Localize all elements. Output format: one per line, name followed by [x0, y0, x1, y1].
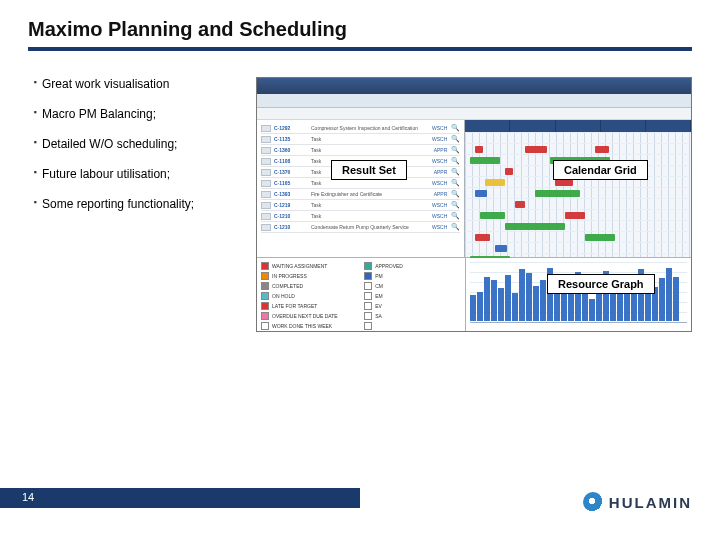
page-number: 14	[22, 491, 34, 503]
chart-bar	[512, 293, 518, 321]
legend-swatch	[261, 302, 269, 310]
chart-x-axis	[470, 322, 687, 330]
callout-result-set: Result Set	[331, 160, 407, 180]
bullet-text: Detailed W/O scheduling;	[42, 137, 238, 151]
legend-swatch	[261, 282, 269, 290]
calendar-grid	[465, 132, 691, 257]
bullet-dot: ▪	[28, 107, 42, 121]
legend-label: ON HOLD	[272, 293, 295, 299]
legend-item: SA	[364, 311, 461, 321]
result-set-panel: C-1292Compressor System Inspection and C…	[257, 120, 465, 257]
legend-swatch	[364, 322, 372, 330]
logo-swirl-icon	[583, 492, 603, 512]
bullet-dot: ▪	[28, 167, 42, 181]
chart-bar	[498, 288, 504, 321]
legend-item: WAITING ASSIGNMENT	[261, 261, 358, 271]
legend-item: EV	[364, 301, 461, 311]
brand-logo: HULAMIN	[583, 492, 692, 512]
legend-label: EM	[375, 293, 383, 299]
table-row: C-1292Compressor System Inspection and C…	[261, 123, 460, 134]
table-row: C-1135TaskWSCH🔍	[261, 134, 460, 145]
app-screenshot: C-1292Compressor System Inspection and C…	[256, 77, 692, 332]
legend-item: IN PROGRESS	[261, 271, 358, 281]
bullet-item: ▪Detailed W/O scheduling;	[28, 137, 238, 151]
gantt-bar	[470, 157, 500, 164]
bullet-text: Future labour utilisation;	[42, 167, 238, 181]
legend-label: SA	[375, 313, 382, 319]
bullet-item: ▪Macro PM Balancing;	[28, 107, 238, 121]
app-toolbar	[257, 94, 691, 108]
chart-bar	[484, 277, 490, 321]
gantt-bar	[565, 212, 585, 219]
legend-label: LATE FOR TARGET	[272, 303, 317, 309]
table-row: C-1210Condensate Return Pump Quarterly S…	[261, 222, 460, 233]
gantt-bar	[505, 168, 513, 175]
gantt-bar	[495, 245, 507, 252]
gantt-bar	[595, 146, 609, 153]
table-row: C-1210TaskWSCH🔍	[261, 211, 460, 222]
gantt-bar	[525, 146, 547, 153]
chart-bar	[505, 275, 511, 321]
legend-swatch	[364, 262, 372, 270]
legend-swatch	[261, 272, 269, 280]
calendar-header	[465, 120, 691, 132]
callout-calendar-grid: Calendar Grid	[553, 160, 648, 180]
legend-label: CM	[375, 283, 383, 289]
legend-label: IN PROGRESS	[272, 273, 307, 279]
chart-bar	[519, 269, 525, 321]
gantt-bar	[555, 179, 573, 186]
legend-label: COMPLETED	[272, 283, 303, 289]
legend-item	[364, 321, 461, 331]
legend-swatch	[364, 292, 372, 300]
chart-bar	[533, 286, 539, 321]
legend-swatch	[364, 302, 372, 310]
legend-label: EV	[375, 303, 382, 309]
gantt-bar	[475, 146, 483, 153]
legend-item: OVERDUE NEXT DUE DATE	[261, 311, 358, 321]
legend-label: WORK DONE THIS WEEK	[272, 323, 332, 329]
table-row: C-1219TaskWSCH🔍	[261, 200, 460, 211]
legend-swatch	[261, 262, 269, 270]
legend-label: APPROVED	[375, 263, 403, 269]
chart-bar	[540, 280, 546, 321]
chart-bar	[589, 299, 595, 321]
chart-bar	[526, 273, 532, 321]
legend-label: WAITING ASSIGNMENT	[272, 263, 327, 269]
legend-item: ON HOLD	[261, 291, 358, 301]
gantt-bar	[480, 212, 505, 219]
chart-bar	[673, 277, 679, 321]
legend-item: COMPLETED	[261, 281, 358, 291]
legend-swatch	[261, 292, 269, 300]
legend-item: APPROVED	[364, 261, 461, 271]
chart-bar	[666, 268, 672, 321]
bullet-item: ▪Great work visualisation	[28, 77, 238, 91]
footer-stripe: 14	[0, 488, 360, 508]
table-row: C-1360TaskAPPR🔍	[261, 145, 460, 156]
legend-item: EM	[364, 291, 461, 301]
legend-item: CM	[364, 281, 461, 291]
bullet-dot: ▪	[28, 77, 42, 91]
bullet-item: ▪Some reporting functionality;	[28, 197, 238, 211]
gantt-bar	[475, 234, 490, 241]
chart-bar	[624, 293, 630, 321]
chart-bar	[477, 292, 483, 322]
legend-panel: WAITING ASSIGNMENTAPPROVEDIN PROGRESSPMC…	[257, 258, 465, 332]
chart-bar	[491, 280, 497, 321]
bullet-dot: ▪	[28, 197, 42, 211]
table-row: C-1393Fire Extinguisher and CertificateA…	[261, 189, 460, 200]
legend-swatch	[364, 312, 372, 320]
legend-label: PM	[375, 273, 383, 279]
legend-item: WORK DONE THIS WEEK	[261, 321, 358, 331]
bullet-text: Some reporting functionality;	[42, 197, 238, 211]
brand-name: HULAMIN	[609, 494, 692, 511]
bullet-item: ▪Future labour utilisation;	[28, 167, 238, 181]
bullet-text: Macro PM Balancing;	[42, 107, 238, 121]
gantt-bar	[535, 190, 580, 197]
chart-bar	[561, 292, 567, 322]
legend-swatch	[364, 272, 372, 280]
chart-bar	[659, 278, 665, 321]
legend-item: PM	[364, 271, 461, 281]
gantt-bar	[485, 179, 505, 186]
chart-bar	[470, 295, 476, 321]
title-rule	[28, 47, 692, 51]
